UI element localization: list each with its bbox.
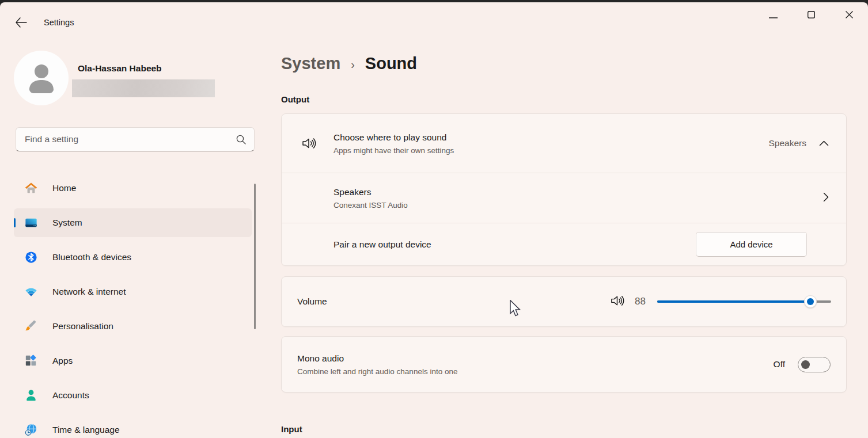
search-input[interactable] <box>16 134 236 144</box>
sidebar-item-personalisation[interactable]: Personalisation <box>14 312 252 341</box>
avatar <box>14 51 69 105</box>
device-title: Speakers <box>333 187 823 197</box>
window-title: Settings <box>44 18 74 27</box>
volume-label: Volume <box>297 296 610 307</box>
back-arrow-icon <box>15 17 27 30</box>
personalisation-icon <box>25 320 37 333</box>
page-title: Sound <box>365 54 417 73</box>
sidebar-item-accounts[interactable]: Accounts <box>14 381 252 410</box>
bluetooth-icon <box>25 251 37 264</box>
sidebar-nav: Home System <box>14 174 252 438</box>
chevron-up-icon <box>819 138 829 148</box>
sidebar-item-time-language[interactable]: Time & language <box>14 416 252 438</box>
output-section-label: Output <box>281 94 847 104</box>
sidebar-scrollbar[interactable] <box>254 184 256 329</box>
device-subtitle: Conexant ISST Audio <box>333 201 823 210</box>
sidebar-item-apps[interactable]: Apps <box>14 346 252 375</box>
volume-slider-fill <box>657 300 810 303</box>
output-device-card: Choose where to play sound Apps might ha… <box>281 113 847 266</box>
sidebar-item-label: Bluetooth & devices <box>52 252 131 262</box>
speakers-device-row[interactable]: Speakers Conexant ISST Audio <box>282 173 846 223</box>
volume-speaker-icon <box>610 294 624 310</box>
speaker-icon <box>301 136 316 151</box>
sidebar: Ola-Hassan Habeeb <box>0 30 265 438</box>
sidebar-item-label: Apps <box>52 356 73 366</box>
titlebar: Settings <box>0 2 868 30</box>
redacted-email <box>72 79 215 97</box>
network-icon <box>25 285 37 298</box>
volume-slider-handle[interactable] <box>804 295 817 308</box>
close-button[interactable] <box>830 2 868 29</box>
system-icon <box>25 216 37 229</box>
window-controls <box>754 2 868 30</box>
toggle-knob <box>801 360 810 369</box>
add-device-button[interactable]: Add device <box>696 232 807 257</box>
breadcrumb-system[interactable]: System <box>281 54 340 73</box>
close-icon <box>846 10 853 21</box>
maximize-icon <box>808 10 815 21</box>
choose-output-row[interactable]: Choose where to play sound Apps might ha… <box>282 114 846 173</box>
pair-device-label: Pair a new output device <box>333 239 696 250</box>
mono-audio-state: Off <box>774 359 785 370</box>
minimize-icon <box>769 10 778 21</box>
volume-slider-handle-dot <box>807 298 814 305</box>
home-icon <box>25 182 37 195</box>
search-icon <box>236 135 246 144</box>
search-box <box>16 127 255 151</box>
sidebar-item-label: Accounts <box>52 390 89 401</box>
input-section-label: Input <box>281 424 847 434</box>
sidebar-item-system[interactable]: System <box>14 208 252 237</box>
sidebar-item-label: Time & language <box>52 425 120 435</box>
sidebar-item-bluetooth[interactable]: Bluetooth & devices <box>14 243 252 272</box>
maximize-button[interactable] <box>792 2 830 29</box>
back-button[interactable] <box>13 16 29 32</box>
selected-output-value: Speakers <box>769 138 806 148</box>
breadcrumb-separator: › <box>351 58 355 71</box>
mono-audio-card: Mono audio Combine left and right audio … <box>281 336 847 393</box>
profile[interactable]: Ola-Hassan Habeeb <box>14 51 215 105</box>
person-icon <box>27 63 56 93</box>
mono-audio-toggle[interactable] <box>798 357 831 372</box>
chevron-right-icon <box>823 192 829 204</box>
main-content: System › Sound Output <box>265 30 868 438</box>
time-language-icon <box>25 424 37 436</box>
choose-output-title: Choose where to play sound <box>333 132 769 143</box>
minimize-button[interactable] <box>754 2 792 29</box>
sidebar-item-label: System <box>52 218 82 228</box>
choose-output-subtitle: Apps might have their own settings <box>333 146 769 155</box>
sidebar-item-network[interactable]: Network & internet <box>14 277 252 306</box>
settings-window: Settings <box>0 2 868 438</box>
breadcrumb: System › Sound <box>281 54 847 73</box>
profile-name: Ola-Hassan Habeeb <box>78 63 215 74</box>
sidebar-item-label: Network & internet <box>52 287 126 297</box>
apps-icon <box>25 355 37 367</box>
volume-slider[interactable] <box>657 295 831 308</box>
pair-device-row: Pair a new output device Add device <box>282 223 846 265</box>
sidebar-item-home[interactable]: Home <box>14 174 252 203</box>
mono-audio-title: Mono audio <box>297 353 774 364</box>
selected-indicator <box>14 218 16 227</box>
volume-card: Volume 88 <box>281 276 847 327</box>
accounts-icon <box>25 389 37 402</box>
volume-value: 88 <box>635 296 646 307</box>
sidebar-item-label: Personalisation <box>52 321 113 332</box>
sidebar-item-label: Home <box>52 183 76 193</box>
mono-audio-subtitle: Combine left and right audio channels in… <box>297 367 774 376</box>
